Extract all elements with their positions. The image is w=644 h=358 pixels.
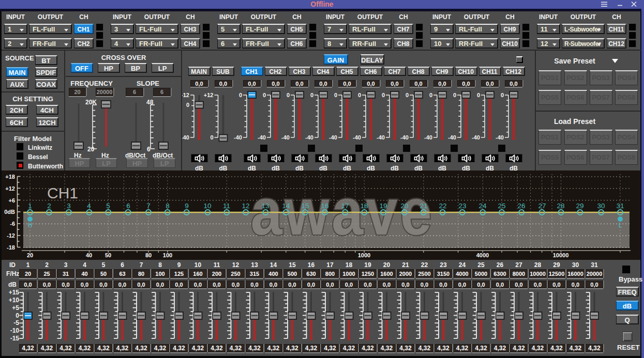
svg-text:-6: -6: [10, 221, 15, 227]
svg-text:28: 28: [557, 202, 564, 210]
svg-text:0: 0: [429, 92, 432, 98]
svg-text:27: 27: [538, 202, 546, 210]
svg-text:-40: -40: [258, 134, 266, 141]
svg-text:0: 0: [263, 92, 266, 98]
svg-text:0dB: 0dB: [4, 209, 15, 215]
svg-text:5: 5: [106, 202, 110, 210]
svg-text:L: L: [619, 222, 622, 229]
svg-text:1: 1: [28, 202, 32, 210]
svg-text:+12: +12: [5, 185, 15, 192]
svg-text:18: 18: [360, 202, 368, 210]
svg-text:31: 31: [616, 202, 624, 210]
svg-text:2: 2: [47, 202, 51, 210]
svg-text:9: 9: [185, 202, 189, 210]
svg-text:-40: -40: [305, 134, 313, 141]
svg-text:3: 3: [67, 202, 71, 210]
svg-text:10000: 10000: [553, 252, 569, 258]
svg-text:+6: +6: [8, 197, 15, 204]
svg-text:-40: -40: [496, 134, 504, 141]
svg-text:0: 0: [453, 92, 456, 98]
svg-text:0: 0: [501, 92, 504, 98]
svg-text:-40: -40: [472, 134, 480, 141]
svg-text:0: 0: [310, 92, 313, 98]
svg-text:20: 20: [400, 202, 408, 210]
svg-text:40: 40: [86, 252, 92, 258]
svg-text:16: 16: [321, 202, 328, 210]
svg-text:-40: -40: [234, 134, 242, 141]
svg-text:1000: 1000: [358, 252, 370, 258]
svg-text:0: 0: [186, 102, 189, 108]
svg-text:80: 80: [145, 252, 152, 258]
svg-text:+12: +12: [204, 92, 214, 98]
svg-text:26: 26: [517, 202, 525, 210]
svg-text:0: 0: [239, 92, 242, 98]
svg-text:30: 30: [597, 202, 605, 210]
svg-text:-40: -40: [377, 134, 385, 141]
svg-text:0: 0: [210, 134, 213, 141]
svg-text:-40: -40: [448, 134, 456, 141]
svg-text:-40: -40: [353, 134, 361, 141]
svg-text:6: 6: [126, 202, 130, 210]
svg-text:17: 17: [341, 202, 349, 210]
svg-text:12: 12: [242, 202, 249, 210]
svg-text:-40: -40: [424, 134, 432, 141]
svg-text:20: 20: [27, 252, 33, 258]
svg-text:13: 13: [261, 202, 269, 210]
svg-text:-40: -40: [182, 134, 189, 141]
svg-text:0: 0: [334, 92, 337, 98]
svg-text:8: 8: [166, 202, 170, 210]
svg-text:15: 15: [301, 202, 309, 210]
svg-text:50: 50: [105, 252, 111, 258]
svg-text:24: 24: [478, 202, 487, 210]
svg-text:4: 4: [87, 202, 91, 210]
svg-text:0: 0: [382, 92, 385, 98]
svg-text:4000: 4000: [476, 252, 489, 258]
svg-text:-40: -40: [281, 134, 290, 141]
svg-text:-40: -40: [329, 134, 337, 141]
svg-text:100: 100: [163, 252, 172, 258]
svg-text:19: 19: [379, 202, 387, 210]
svg-text:0: 0: [406, 92, 409, 98]
svg-text:CH1: CH1: [47, 184, 78, 201]
svg-text:7: 7: [146, 202, 151, 210]
svg-text:+12: +12: [182, 92, 189, 98]
svg-text:29: 29: [576, 202, 583, 210]
svg-text:+18: +18: [5, 174, 15, 180]
svg-text:14: 14: [282, 202, 290, 210]
svg-text:21: 21: [420, 202, 427, 210]
svg-text:25: 25: [498, 202, 505, 210]
svg-text:-18: -18: [7, 244, 15, 251]
svg-text:10: 10: [203, 202, 211, 210]
svg-text:H: H: [28, 222, 33, 229]
svg-text:11: 11: [223, 202, 230, 210]
svg-text:-40: -40: [400, 134, 409, 141]
svg-text:-12: -12: [7, 232, 15, 239]
svg-text:0: 0: [287, 92, 290, 98]
svg-text:22: 22: [439, 202, 446, 210]
svg-text:0: 0: [358, 92, 361, 98]
svg-text:23: 23: [458, 202, 466, 210]
svg-text:0: 0: [477, 92, 480, 98]
